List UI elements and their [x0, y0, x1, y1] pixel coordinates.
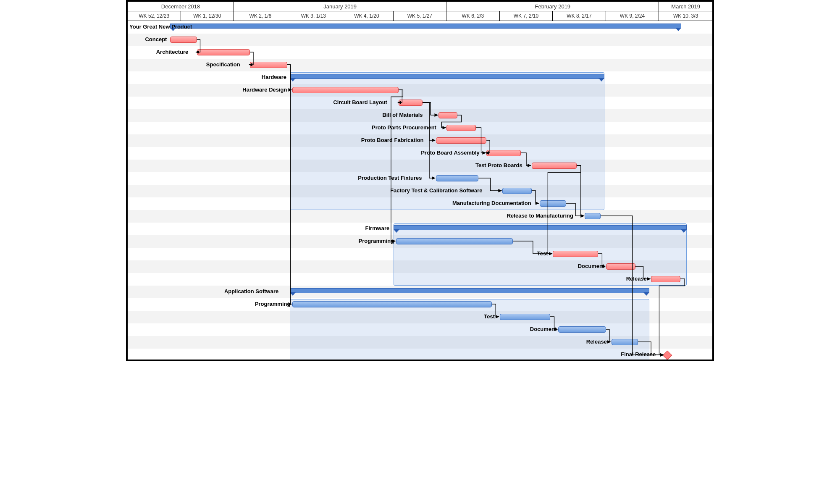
week-cell: WK 10, 3/3	[659, 11, 712, 21]
week-cell: WK 5, 1/27	[394, 11, 447, 21]
row-label: Programming	[255, 301, 291, 307]
month-cell: December 2018	[128, 2, 234, 11]
task-bar	[532, 163, 577, 169]
task-bar	[558, 326, 606, 333]
row-label: Your Great New Product	[129, 24, 192, 30]
row-label: Final Release	[621, 351, 656, 357]
task-bar	[651, 276, 680, 282]
row-label: Document	[578, 263, 605, 269]
week-cell: WK 9, 2/24	[606, 11, 659, 21]
month-cell: February 2019	[446, 2, 659, 11]
row-label: Hardware	[262, 74, 286, 80]
task-bar	[500, 314, 550, 320]
row-label: Specification	[206, 61, 240, 68]
week-cell: WK 1, 12/30	[181, 11, 234, 21]
row-label: Firmware	[365, 225, 390, 231]
week-cell: WK 2, 1/6	[234, 11, 287, 21]
month-cell: January 2019	[234, 2, 446, 11]
row-label: Document	[530, 326, 557, 332]
task-bar	[170, 37, 197, 43]
row-label: Proto Parts Procurement	[372, 124, 436, 131]
task-bar	[292, 301, 492, 307]
week-cell: WK 52, 12/23	[128, 11, 181, 21]
summary-bar	[394, 225, 687, 230]
row-label: Proto Board Assembly	[421, 150, 480, 156]
task-bar	[436, 175, 478, 181]
timeline-header: December 2018January 2019February 2019Ma…	[128, 2, 712, 21]
summary-bar	[290, 74, 604, 79]
row-label: Hardware Design	[242, 87, 287, 93]
summary-bar	[290, 288, 649, 293]
task-bar	[292, 87, 399, 93]
task-bar	[612, 339, 638, 345]
summary-bar	[170, 24, 681, 29]
task-bar	[436, 137, 486, 144]
task-bar	[396, 238, 513, 244]
gantt-body: Your Great New ProductConceptArchitectur…	[128, 21, 712, 360]
row-label: Programming	[359, 238, 394, 244]
row-label: Proto Board Fabrication	[361, 137, 424, 143]
task-bar	[486, 150, 521, 156]
task-bar	[197, 49, 250, 55]
task-bar	[399, 100, 423, 106]
row-label: Application Software	[224, 288, 278, 294]
row-label: Concept	[145, 36, 167, 42]
month-cell: March 2019	[659, 2, 712, 11]
row-label: Production Test Fixtures	[358, 175, 422, 181]
gantt-chart: December 2018January 2019February 2019Ma…	[126, 0, 714, 361]
row-label: Test Proto Boards	[475, 162, 522, 168]
task-bar	[585, 213, 601, 219]
row-label: Circuit Board Layout	[333, 99, 387, 105]
task-bar	[438, 112, 457, 118]
row-label: Manufacturing Documentation	[452, 200, 531, 206]
row-label: Release	[626, 276, 647, 282]
row-label: Factory Test & Calibration Software	[390, 187, 482, 194]
task-bar	[250, 62, 287, 68]
row-label: Test	[484, 313, 495, 320]
row-label: Architecture	[156, 49, 189, 55]
week-cell: WK 8, 2/17	[553, 11, 606, 21]
task-bar	[446, 125, 476, 131]
row-label: Release	[586, 339, 607, 345]
week-cell: WK 6, 2/3	[446, 11, 500, 21]
row-label: Bill of Materials	[382, 112, 423, 118]
task-bar	[502, 188, 532, 194]
week-cell: WK 4, 1/20	[340, 11, 394, 21]
task-bar	[553, 251, 598, 257]
week-cell: WK 3, 1/13	[287, 11, 341, 21]
week-cell: WK 7, 2/10	[500, 11, 553, 21]
row-label: Release to Manufacturing	[507, 213, 573, 219]
task-bar	[606, 263, 635, 270]
task-bar	[540, 200, 566, 207]
row-label: Test	[537, 250, 548, 257]
